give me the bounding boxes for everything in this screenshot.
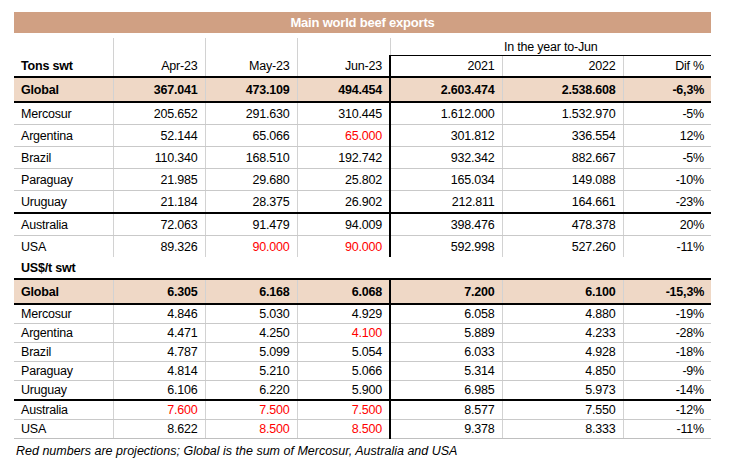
value-cell: 932.342: [390, 147, 502, 169]
value-cell: 7.550: [502, 400, 623, 420]
value-cell: 164.661: [502, 191, 623, 214]
value-cell: -5%: [623, 102, 711, 125]
year-span-label: In the year to-Jun: [390, 38, 711, 56]
value-cell: 4.471: [113, 324, 205, 343]
value-cell: 398.476: [390, 213, 502, 236]
price-section-header-row: US$/t swt: [14, 257, 711, 279]
value-cell: 5.314: [390, 362, 502, 381]
footnote: Red numbers are projections; Global is t…: [16, 444, 713, 458]
value-cell: 4.250: [205, 324, 297, 343]
value-cell: 6.033: [390, 343, 502, 362]
value-cell: 6.168: [205, 279, 297, 304]
value-cell: -9%: [623, 362, 711, 381]
row-label: Global: [14, 77, 113, 102]
value-cell: 205.652: [113, 102, 205, 125]
value-cell: 21.184: [113, 191, 205, 214]
value-cell: 4.929: [297, 304, 390, 324]
value-cell: 4.814: [113, 362, 205, 381]
table-row: Paraguay21.98529.68025.802165.034149.088…: [14, 169, 711, 191]
row-label: Mercosur: [14, 102, 113, 125]
value-cell: -11%: [623, 236, 711, 258]
value-cell: 65.066: [205, 125, 297, 147]
value-cell: 21.985: [113, 169, 205, 191]
row-label: Uruguay: [14, 381, 113, 401]
value-cell: 6.305: [113, 279, 205, 304]
column-header-row: Tons swt Apr-23 May-23 Jun-23 2021 2022 …: [14, 56, 711, 78]
beef-exports-table: Main world beef exports In the year to-J…: [14, 12, 711, 439]
projected-value-cell: 7.500: [205, 400, 297, 420]
value-cell: 72.063: [113, 213, 205, 236]
title-row: Main world beef exports: [14, 12, 711, 33]
value-cell: 5.973: [502, 381, 623, 401]
value-cell: -23%: [623, 191, 711, 214]
row-label: USA: [14, 236, 113, 258]
price-section-label: US$/t swt: [14, 257, 711, 279]
empty-cell: [297, 38, 390, 56]
projected-value-cell: 90.000: [297, 236, 390, 258]
global-summary-row: Global6.3056.1686.0687.2006.100-15,3%: [14, 279, 711, 304]
value-cell: 5.066: [297, 362, 390, 381]
global-summary-row: Global367.041473.109494.4542.603.4742.53…: [14, 77, 711, 102]
row-label: Global: [14, 279, 113, 304]
value-cell: 6.106: [113, 381, 205, 401]
empty-cell: [113, 38, 205, 56]
table-row: Uruguay21.18428.37526.902212.811164.661-…: [14, 191, 711, 214]
projected-value-cell: 65.000: [297, 125, 390, 147]
value-cell: 5.900: [297, 381, 390, 401]
value-cell: -14%: [623, 381, 711, 401]
value-cell: 5.099: [205, 343, 297, 362]
value-cell: -18%: [623, 343, 711, 362]
value-cell: -6,3%: [623, 77, 711, 102]
value-cell: 310.445: [297, 102, 390, 125]
value-cell: 110.340: [113, 147, 205, 169]
projected-value-cell: 7.600: [113, 400, 205, 420]
value-cell: 527.260: [502, 236, 623, 258]
value-cell: 149.088: [502, 169, 623, 191]
value-cell: 1.612.000: [390, 102, 502, 125]
value-cell: 5.030: [205, 304, 297, 324]
value-cell: 28.375: [205, 191, 297, 214]
value-cell: 8.577: [390, 400, 502, 420]
table-row: Brazil4.7875.0995.0546.0334.928-18%: [14, 343, 711, 362]
row-label: Brazil: [14, 343, 113, 362]
value-cell: 8.622: [113, 420, 205, 439]
column-header-jun: Jun-23: [297, 56, 390, 78]
table-row: Brazil110.340168.510192.742932.342882.66…: [14, 147, 711, 169]
projected-value-cell: 8.500: [297, 420, 390, 439]
value-cell: 882.667: [502, 147, 623, 169]
row-label: Paraguay: [14, 169, 113, 191]
value-cell: 192.742: [297, 147, 390, 169]
value-cell: 89.326: [113, 236, 205, 258]
row-label: Uruguay: [14, 191, 113, 214]
row-label: Brazil: [14, 147, 113, 169]
row-label: Paraguay: [14, 362, 113, 381]
value-cell: 212.811: [390, 191, 502, 214]
empty-cell: [205, 38, 297, 56]
year-span-header-row: In the year to-Jun: [14, 38, 711, 56]
beef-exports-report: Main world beef exports In the year to-J…: [0, 0, 714, 458]
price-section-body: Global6.3056.1686.0687.2006.100-15,3%Mer…: [14, 279, 711, 439]
value-cell: 6.068: [297, 279, 390, 304]
value-cell: 5.054: [297, 343, 390, 362]
row-label: Argentina: [14, 324, 113, 343]
column-header-apr: Apr-23: [113, 56, 205, 78]
value-cell: 2.603.474: [390, 77, 502, 102]
value-cell: 29.680: [205, 169, 297, 191]
value-cell: 52.144: [113, 125, 205, 147]
value-cell: 4.880: [502, 304, 623, 324]
value-cell: 1.532.970: [502, 102, 623, 125]
row-label: USA: [14, 420, 113, 439]
value-cell: -12%: [623, 400, 711, 420]
row-label: Argentina: [14, 125, 113, 147]
table-row: Australia7.6007.5007.5008.5777.550-12%: [14, 400, 711, 420]
value-cell: 6.985: [390, 381, 502, 401]
empty-cell: [14, 38, 113, 56]
value-cell: 494.454: [297, 77, 390, 102]
row-label: Australia: [14, 400, 113, 420]
table-row: Argentina52.14465.06665.000301.812336.55…: [14, 125, 711, 147]
table-row: Uruguay6.1066.2205.9006.9855.973-14%: [14, 381, 711, 401]
value-cell: -11%: [623, 420, 711, 439]
row-label: Australia: [14, 213, 113, 236]
value-cell: 6.100: [502, 279, 623, 304]
value-cell: 7.200: [390, 279, 502, 304]
